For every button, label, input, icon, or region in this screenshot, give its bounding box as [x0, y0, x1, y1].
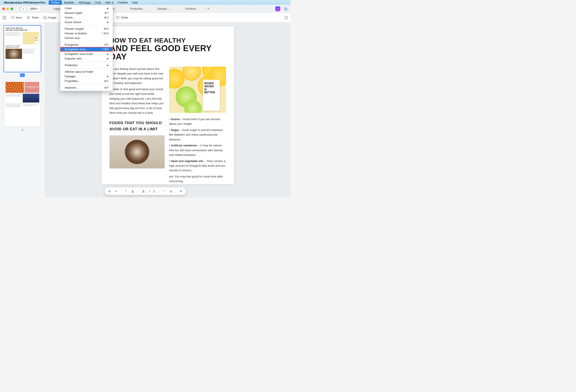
page-navigation-bar: / 2: [105, 187, 186, 195]
menu-item-label: Enregistrer: [65, 43, 79, 46]
toolbar-label: Texte: [31, 16, 38, 19]
zoom-out-button[interactable]: [114, 189, 118, 193]
shortcut: ⌘T: [104, 11, 109, 15]
tab-label: Lifestyle -…: [157, 7, 171, 10]
page-title: HOW TO EAT HEALTHY AND FEEL GOOD EVERY D…: [110, 37, 226, 61]
svg-rect-7: [44, 16, 47, 19]
zoom-in-button[interactable]: [108, 189, 111, 193]
menu-item-enregistrer[interactable]: Enregistrer⌘S: [60, 42, 113, 47]
close-pager-button[interactable]: [179, 189, 183, 193]
panel-toggle-button[interactable]: [284, 16, 288, 19]
page-thumbnail[interactable]: FOODS THAT YOU SHOULD EAT TO FEEL GOOD M…: [4, 80, 41, 127]
bullet-item: • Grains – Avoid them if you are worried…: [169, 117, 226, 126]
menu-item-label: Fermer la fenêtre: [65, 32, 87, 35]
menu-item-label: Ouvrir récent: [65, 21, 81, 24]
menu-modifier[interactable]: Modifier: [62, 0, 76, 5]
shortcut: ⌘P: [104, 86, 109, 89]
tab[interactable]: Productivit…: [124, 5, 151, 13]
menu-item-label: Fermer tout: [65, 36, 80, 40]
zoom-select[interactable]: 100% ▾: [28, 6, 41, 11]
svg-rect-4: [5, 16, 6, 17]
menu-item-fermer-onglet[interactable]: Fermer l'onglet⌘W: [60, 26, 113, 31]
submenu-arrow-icon: ▶: [107, 57, 109, 60]
zoom-value: 100%: [30, 7, 37, 10]
menu-item-afficher-finder[interactable]: Afficher dans le Finder: [60, 69, 113, 74]
toolbar: tions Texte Image Lien Formulaire Biffer…: [0, 13, 290, 23]
menu-outil[interactable]: Outil: [93, 0, 103, 5]
zoom-button[interactable]: [11, 7, 13, 10]
user-account-icon[interactable]: [283, 6, 288, 11]
menu-item-protection[interactable]: Protection▶: [60, 63, 113, 67]
menu-item-partager[interactable]: Partager▶: [60, 74, 113, 79]
submenu-arrow-icon: ▶: [107, 21, 109, 23]
svg-point-2: [285, 8, 287, 9]
menu-item-enregistrer-sous[interactable]: Enregistrer sous...⇧⌘S: [60, 47, 113, 52]
chevron-down-icon: ▾: [37, 8, 39, 10]
tab[interactable]: Furniture: [177, 5, 204, 13]
menu-item-label: Protection: [65, 63, 78, 67]
shortcut: ⇧⌘W: [101, 32, 109, 35]
page-thumbnail[interactable]: HOW TO EAT HEALTHYAND FEEL GOOD EVERY DA…: [4, 26, 41, 72]
menu-item-proprietes[interactable]: Propriétés...⌘D: [60, 79, 113, 83]
menu-fenetre[interactable]: Fenêtre: [116, 0, 130, 5]
section-heading: FOODS THAT YOU SHOULD AVOID OR EAT IN A …: [110, 120, 165, 132]
title-line1: HOW TO EAT HEALTHY: [110, 37, 186, 44]
page-number-input[interactable]: [141, 189, 146, 194]
svg-rect-15: [116, 17, 119, 19]
bullet-item: • Seed and vegetable oils – They contain…: [169, 159, 226, 173]
add-tab-button[interactable]: +: [204, 5, 213, 13]
menu-item-label: Propriétés...: [65, 79, 80, 83]
svg-rect-0: [19, 7, 22, 10]
shortcut: ⌘S: [104, 43, 109, 46]
menu-aller[interactable]: Aller à: [103, 0, 116, 5]
last-page-button[interactable]: [131, 189, 134, 193]
tab[interactable]: Lifestyle -…: [151, 5, 177, 13]
submenu-arrow-icon: ▶: [107, 64, 109, 66]
close-button[interactable]: [2, 7, 5, 10]
first-page-button[interactable]: [124, 189, 128, 193]
title-bar: ▾ 100% ▾ Logist… yle -… scene Productivi…: [0, 5, 290, 13]
image-button[interactable]: Image: [43, 16, 56, 19]
body-text: ant. You may feel good for some time aft…: [169, 174, 226, 184]
menu-item-nouvel-onglet[interactable]: Nouvel onglet⌘T: [60, 11, 113, 15]
submenu-arrow-icon: ▶: [107, 53, 109, 55]
menu-item-enregistrer-sous-autre[interactable]: Enregistrer sous Autre▶: [60, 52, 113, 56]
svg-rect-3: [3, 16, 4, 17]
coffee-image: [110, 135, 165, 168]
menu-item-fermer-fenetre[interactable]: Fermer la fenêtre⇧⌘W: [60, 31, 113, 36]
menu-item-exporter-vers[interactable]: Exporter vers▶: [60, 56, 113, 61]
bullet-item: • Sugar – Avoid sugar to prevent disease…: [169, 128, 226, 142]
main-area: HOW TO EAT HEALTHYAND FEEL GOOD EVERY DA…: [0, 23, 290, 198]
annotations-button[interactable]: tions: [11, 16, 22, 19]
menu-affichage[interactable]: Affichage: [76, 0, 93, 5]
page-total: 2: [153, 189, 156, 193]
toolbar-label: Outils: [121, 16, 128, 19]
thumb-number: 2: [4, 128, 41, 131]
menu-item-label: Exporter vers: [65, 57, 82, 60]
menu-item-label: Créer: [65, 7, 72, 10]
thumb-number: 1: [4, 74, 41, 77]
menu-item-label: Ouvrir...: [65, 16, 75, 19]
menu-item-imprimer[interactable]: Imprimer...⌘P: [60, 85, 113, 90]
tab-label: Productivit…: [130, 7, 145, 10]
hero-image: BOXED WATER IS BETTER.: [169, 67, 226, 113]
svg-rect-6: [5, 18, 6, 19]
svg-rect-5: [3, 18, 4, 19]
tools-button[interactable]: Outils: [116, 16, 128, 19]
next-page-button[interactable]: [169, 189, 173, 193]
thumbnails-grid-button[interactable]: [3, 16, 6, 19]
menu-item-label: Imprimer...: [65, 86, 78, 89]
tab-label: Furniture: [185, 7, 196, 10]
menu-item-creer[interactable]: Créer▶: [60, 6, 113, 11]
text-button[interactable]: Texte: [27, 16, 38, 19]
sidebar-toggle[interactable]: ▾: [17, 7, 26, 11]
menu-aide[interactable]: Aide: [130, 0, 140, 5]
menu-item-label: Partager: [65, 75, 76, 78]
prev-page-button[interactable]: [163, 189, 166, 193]
app-logo-icon[interactable]: W: [275, 6, 280, 11]
menu-item-ouvrir-recent[interactable]: Ouvrir récent▶: [60, 20, 113, 25]
menu-fichier[interactable]: Fichier: [49, 0, 62, 5]
minimize-button[interactable]: [6, 7, 9, 10]
menu-item-ouvrir[interactable]: Ouvrir...⌘O: [60, 15, 113, 20]
menu-item-fermer-tout[interactable]: Fermer tout: [60, 36, 113, 40]
